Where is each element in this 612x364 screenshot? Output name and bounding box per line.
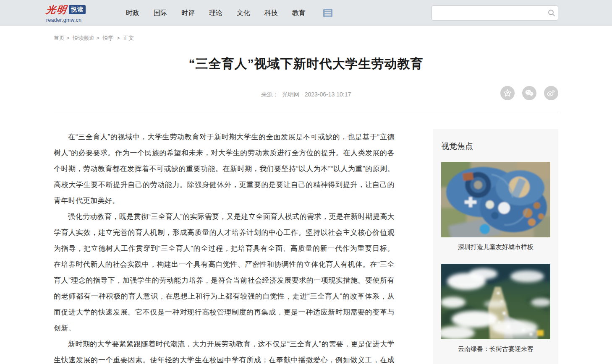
search-icon[interactable] [545,9,558,17]
article-meta: 来源：光明网 2023-06-13 10:17 [54,86,558,103]
yuedu-badge: 悦读 [69,5,86,14]
sidebar-caption[interactable]: 深圳打造儿童友好城市样板 [441,243,550,251]
sidebar-title: 视觉焦点 [441,141,550,152]
weibo-share-icon[interactable] [544,86,558,100]
main-nav: 时政 国际 时评 理论 文化 科技 教育 [119,9,313,18]
breadcrumb-separator: > [96,35,99,41]
list-menu-icon[interactable] [323,8,333,18]
publish-datetime: 2023-06-13 10:17 [305,91,351,98]
nav-item-theory[interactable]: 理论 [202,9,230,18]
search-box [432,5,558,21]
article-body: 在“三全育人”的视域中，大学生劳动教育对于新时期大学生的全面发展是不可或缺的，也… [54,129,395,364]
breadcrumb-separator: > [66,35,70,41]
sidebar-caption[interactable]: 云南绿春：长街古宴迎来客 [441,345,550,353]
breadcrumb: 首页> 悦读频道> 悦学 > 正文 [54,34,558,42]
breadcrumb-reading-channel[interactable]: 悦读频道 [73,35,94,41]
source-value: 光明网 [282,91,300,98]
article-paragraph: 强化劳动教育，既是贯彻“三全育人”的实际需要，又是建立全面育人模式的需求，更是在… [54,209,395,336]
guangming-brand-text: 光明 [45,3,68,16]
visual-focus-sidebar: 视觉焦点 [433,129,558,364]
top-navigation-bar: 光明 悦读 reader.gmw.cn 时政 国际 时评 理论 文化 科技 教育 [0,0,612,26]
article-paragraph: 在“三全育人”的视域中，大学生劳动教育对于新时期大学生的全面发展是不可或缺的，也… [54,129,395,209]
breadcrumb-current-page: 正文 [123,35,134,41]
article-paragraph: 新时期的大学要紧紧跟随着时代潮流，大力开展劳动教育，这不仅是“三全育人”的需要，… [54,336,395,364]
nav-item-education[interactable]: 教育 [285,9,313,18]
share-buttons [500,86,558,100]
breadcrumb-yuexue[interactable]: 悦学 [102,35,113,41]
nav-item-technology[interactable]: 科技 [257,9,285,18]
nav-item-culture[interactable]: 文化 [230,9,257,18]
article-meta-row: 来源：光明网 2023-06-13 10:17 [54,86,558,103]
source-label: 来源： [261,91,279,98]
meta-divider [54,113,558,113]
nav-item-current-politics[interactable]: 时政 [119,9,146,18]
breadcrumb-home[interactable]: 首页 [54,35,65,41]
nav-item-international[interactable]: 国际 [146,9,174,18]
site-logo[interactable]: 光明 悦读 reader.gmw.cn [46,3,99,23]
sidebar-photo-playground[interactable] [441,162,550,237]
site-domain-text: reader.gmw.cn [46,17,99,23]
wechat-share-icon[interactable] [522,86,536,100]
nav-item-commentary[interactable]: 时评 [174,9,202,18]
article-title: “三全育人”视域下新时代大学生劳动教育 [54,55,558,73]
qzone-share-icon[interactable] [500,86,515,100]
sidebar-photo-mountain-village[interactable] [441,264,550,339]
search-input[interactable] [432,6,545,20]
breadcrumb-separator: > [117,35,120,41]
